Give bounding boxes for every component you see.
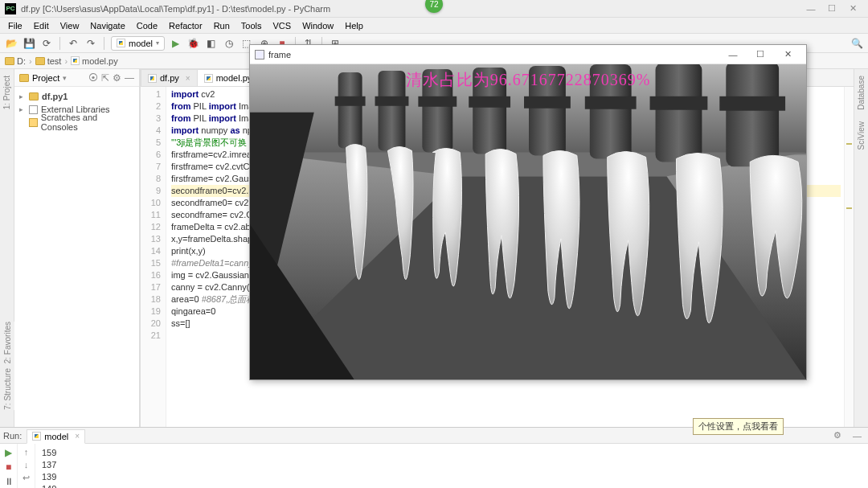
rerun-icon[interactable]: ▶ — [5, 447, 12, 458]
folder-icon — [29, 92, 39, 100]
svg-rect-14 — [524, 96, 571, 109]
coverage-icon[interactable]: ◧ — [205, 37, 218, 50]
folder-icon — [5, 57, 14, 65]
svg-rect-10 — [418, 96, 457, 107]
window-minimize[interactable]: — — [800, 4, 821, 14]
profile-icon[interactable]: ◷ — [223, 37, 235, 50]
undo-icon[interactable]: ↶ — [67, 37, 80, 50]
ime-tooltip: 个性设置，点我看看 — [693, 418, 784, 435]
down-icon[interactable]: ↓ — [24, 460, 29, 470]
svg-rect-8 — [375, 96, 409, 106]
menu-view[interactable]: View — [55, 19, 84, 32]
library-icon — [29, 105, 38, 114]
opencv-icon — [255, 50, 264, 59]
python-icon — [117, 39, 125, 47]
crumb-drive[interactable]: D: — [5, 56, 26, 66]
stop-icon[interactable]: ■ — [6, 461, 11, 473]
redo-icon[interactable]: ↷ — [84, 37, 97, 50]
right-rail: Database SciView — [854, 69, 868, 427]
frame-close[interactable]: ✕ — [774, 49, 801, 59]
svg-rect-6 — [335, 96, 366, 106]
menu-file[interactable]: File — [3, 19, 27, 32]
frame-titlebar: frame — ☐ ✕ — [250, 45, 806, 64]
tab-df[interactable]: df.py× — [141, 69, 198, 86]
folder-icon — [35, 57, 45, 65]
project-tree: ▸df.py1 ▸External Libraries Scratches an… — [14, 87, 139, 132]
menu-edit[interactable]: Edit — [29, 19, 54, 32]
up-icon[interactable]: ↑ — [24, 447, 29, 457]
project-tool-window: Project ▾ ⦿ ⇱ ⚙ ― ▸df.py1 ▸External Libr… — [14, 69, 140, 427]
python-icon — [71, 56, 80, 65]
run-actions: ▶ ■ ⏸ ⏏ ⊞ — [0, 444, 18, 488]
collapse-icon[interactable]: ⇱ — [101, 72, 109, 84]
folder-icon — [19, 74, 29, 82]
run-config-selector[interactable]: model ▾ — [111, 36, 165, 51]
svg-rect-12 — [469, 96, 510, 108]
wrap-icon[interactable]: ↩ — [23, 473, 30, 483]
run-output[interactable]: 159137139140132139113189清水占比为96.67167722… — [35, 444, 868, 488]
svg-rect-20 — [719, 96, 785, 111]
save-icon[interactable]: 💾 — [23, 37, 35, 50]
python-icon — [204, 74, 213, 83]
pycharm-icon: PC — [5, 3, 16, 14]
menu-navigate[interactable]: Navigate — [85, 19, 129, 32]
run-tool-window: Run: model× ⚙ ― ▶ ■ ⏸ ⏏ ⊞ ↑ ↓ ↩ ⤓ 🖶 🗑 15… — [0, 427, 868, 488]
tree-row-project[interactable]: ▸df.py1 — [18, 90, 136, 103]
rail-favorites[interactable]: 2: Favorites — [3, 322, 12, 363]
hide-icon[interactable]: ― — [850, 431, 865, 441]
rail-database[interactable]: Database — [857, 72, 866, 113]
menu-refactor[interactable]: Refactor — [164, 19, 207, 32]
search-icon[interactable]: 🔍 — [850, 37, 863, 50]
python-icon — [148, 74, 157, 83]
main-menu: File Edit View Navigate Code Refactor Ru… — [0, 18, 868, 34]
error-stripe[interactable] — [844, 87, 854, 427]
close-icon[interactable]: × — [186, 74, 190, 83]
svg-rect-16 — [585, 96, 637, 109]
menu-window[interactable]: Window — [297, 19, 338, 32]
frame-minimize[interactable]: — — [719, 50, 747, 59]
frame-maximize[interactable]: ☐ — [747, 49, 774, 59]
sync-icon[interactable]: ⟳ — [40, 37, 53, 50]
target-icon[interactable]: ⦿ — [88, 72, 98, 84]
crumb-file[interactable]: model.py — [71, 56, 118, 66]
hide-icon[interactable]: ― — [125, 72, 134, 84]
run-icon[interactable]: ▶ — [170, 37, 182, 50]
tree-row-scratches[interactable]: Scratches and Consoles — [18, 116, 136, 129]
gear-icon[interactable]: ⚙ — [830, 430, 845, 441]
rail-project[interactable]: 1: Project — [2, 72, 11, 113]
open-icon[interactable]: 📂 — [5, 37, 18, 50]
window-maximize[interactable]: ☐ — [821, 3, 842, 14]
rail-structure[interactable]: 7: Structure — [3, 368, 12, 410]
menu-tools[interactable]: Tools — [236, 19, 267, 32]
menu-code[interactable]: Code — [132, 19, 162, 32]
frame-title: frame — [268, 50, 291, 59]
line-gutter: 123456789101112131415161718192021 — [141, 87, 166, 427]
pause-icon[interactable]: ⏸ — [4, 476, 14, 487]
rail-sciview[interactable]: SciView — [857, 118, 866, 153]
python-icon — [32, 432, 41, 441]
debug-icon[interactable]: 🐞 — [187, 37, 200, 50]
crumb-test[interactable]: test — [35, 56, 62, 66]
run-tab[interactable]: model× — [27, 429, 85, 444]
scratches-icon — [29, 118, 38, 127]
menu-run[interactable]: Run — [209, 19, 235, 32]
project-title: Project — [32, 73, 59, 83]
svg-rect-18 — [650, 96, 708, 110]
gear-icon[interactable]: ⚙ — [113, 72, 121, 84]
window-close[interactable]: ✕ — [842, 3, 863, 14]
run-output-actions: ↑ ↓ ↩ ⤓ 🖶 🗑 — [18, 444, 35, 488]
menu-help[interactable]: Help — [340, 19, 368, 32]
frame-overlay-text: 清水占比为96.67167722870369% — [250, 69, 806, 91]
menu-vcs[interactable]: VCS — [268, 19, 297, 32]
frame-image: 清水占比为96.67167722870369% — [250, 64, 806, 379]
window-title: df.py [C:\Users\asus\AppData\Local\Temp\… — [21, 4, 800, 14]
frame-window[interactable]: frame — ☐ ✕ — [249, 44, 807, 380]
run-label: Run: — [3, 431, 22, 441]
run-config-name: model — [129, 39, 153, 48]
